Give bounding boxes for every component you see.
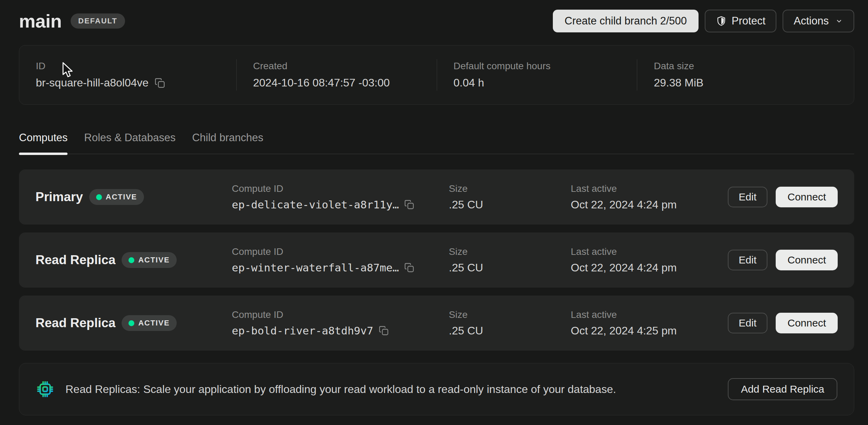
copy-icon[interactable]: [404, 199, 415, 210]
size-value: .25 CU: [449, 324, 571, 337]
size-column: Size .25 CU: [449, 246, 571, 274]
last-active-value: Oct 22, 2024 4:24 pm: [571, 198, 728, 211]
created-label: Created: [253, 61, 437, 72]
last-active-value: Oct 22, 2024 4:25 pm: [571, 324, 728, 337]
branch-id-column: ID br-square-hill-a8ol04ve: [36, 59, 236, 91]
protect-button[interactable]: Protect: [705, 10, 776, 32]
branch-page: main DEFAULT Create child branch 2/500 P…: [0, 0, 868, 415]
copy-icon[interactable]: [154, 77, 166, 89]
compute-id-label: Compute ID: [232, 309, 449, 320]
compute-id-label: Compute ID: [232, 246, 449, 257]
last-active-column: Last active Oct 22, 2024 4:24 pm: [571, 246, 728, 274]
actions-label: Actions: [794, 15, 829, 27]
compute-hours-column: Default compute hours 0.04 h: [437, 59, 637, 91]
tab-bar: Computes Roles & Databases Child branche…: [19, 132, 854, 154]
last-active-column: Last active Oct 22, 2024 4:24 pm: [571, 183, 728, 211]
status-badge: ACTIVE: [122, 315, 176, 331]
shield-icon: [716, 15, 727, 27]
edit-button[interactable]: Edit: [728, 250, 768, 270]
last-active-label: Last active: [571, 183, 728, 194]
edit-button[interactable]: Edit: [728, 313, 768, 333]
compute-row: Primary ACTIVE Compute ID ep-delicate-vi…: [19, 169, 854, 225]
status-label: ACTIVE: [138, 319, 169, 328]
cpu-chip-icon: [36, 380, 54, 398]
last-active-label: Last active: [571, 246, 728, 257]
chevron-down-icon: [835, 17, 843, 25]
tab-child-branches[interactable]: Child branches: [192, 132, 264, 154]
page-header: main DEFAULT Create child branch 2/500 P…: [19, 0, 854, 32]
row-buttons: Edit Connect: [728, 187, 838, 207]
compute-id-column: Compute ID ep-bold-river-a8tdh9v7: [232, 309, 449, 337]
compute-name: Read Replica: [35, 316, 115, 330]
created-column: Created 2024-10-16 08:47:57 -03:00: [236, 59, 437, 91]
data-size-label: Data size: [654, 61, 837, 72]
compute-name-group: Read Replica ACTIVE: [35, 315, 232, 331]
compute-id-column: Compute ID ep-delicate-violet-a8r11y…: [232, 183, 449, 211]
compute-row: Read Replica ACTIVE Compute ID ep-winter…: [19, 232, 854, 288]
size-label: Size: [449, 309, 571, 320]
size-value: .25 CU: [449, 198, 571, 211]
last-active-label: Last active: [571, 309, 728, 320]
size-column: Size .25 CU: [449, 309, 571, 337]
last-active-value: Oct 22, 2024 4:24 pm: [571, 261, 728, 274]
tab-computes[interactable]: Computes: [19, 132, 68, 154]
id-label: ID: [36, 61, 236, 72]
read-replica-note-card: Read Replicas: Scale your application by…: [19, 363, 854, 415]
compute-name: Primary: [35, 190, 83, 204]
create-child-branch-button[interactable]: Create child branch 2/500: [553, 10, 699, 32]
compute-id-value: ep-delicate-violet-a8r11y…: [232, 198, 399, 211]
active-dot-icon: [128, 257, 134, 263]
status-badge: ACTIVE: [89, 189, 144, 205]
compute-id-value: ep-winter-waterfall-a87me…: [232, 261, 399, 274]
copy-icon[interactable]: [378, 325, 389, 336]
default-badge: DEFAULT: [71, 13, 125, 29]
compute-name: Read Replica: [35, 253, 115, 267]
branch-id-value: br-square-hill-a8ol04ve: [36, 76, 148, 89]
status-label: ACTIVE: [106, 193, 137, 201]
size-value: .25 CU: [449, 261, 571, 274]
connect-button[interactable]: Connect: [776, 250, 838, 270]
actions-button[interactable]: Actions: [783, 10, 854, 32]
compute-hours-value: 0.04 h: [454, 76, 484, 89]
size-label: Size: [449, 246, 571, 257]
compute-rows: Primary ACTIVE Compute ID ep-delicate-vi…: [19, 169, 854, 351]
size-column: Size .25 CU: [449, 183, 571, 211]
row-buttons: Edit Connect: [728, 313, 838, 333]
edit-button[interactable]: Edit: [728, 187, 768, 207]
data-size-value: 29.38 MiB: [654, 76, 703, 89]
compute-id-label: Compute ID: [232, 183, 449, 194]
compute-name-group: Primary ACTIVE: [35, 189, 232, 205]
last-active-column: Last active Oct 22, 2024 4:25 pm: [571, 309, 728, 337]
created-value: 2024-10-16 08:47:57 -03:00: [253, 76, 390, 89]
page-title: main: [19, 10, 62, 32]
status-badge: ACTIVE: [122, 252, 176, 268]
status-label: ACTIVE: [138, 256, 169, 265]
compute-id-value: ep-bold-river-a8tdh9v7: [232, 324, 373, 337]
tab-roles-databases[interactable]: Roles & Databases: [84, 132, 175, 154]
compute-hours-label: Default compute hours: [454, 61, 637, 72]
connect-button[interactable]: Connect: [776, 187, 838, 207]
row-buttons: Edit Connect: [728, 250, 838, 270]
protect-label: Protect: [732, 15, 765, 27]
compute-name-group: Read Replica ACTIVE: [35, 252, 232, 268]
add-read-replica-button[interactable]: Add Read Replica: [728, 378, 837, 400]
compute-row: Read Replica ACTIVE Compute ID ep-bold-r…: [19, 296, 854, 351]
data-size-column: Data size 29.38 MiB: [637, 59, 837, 91]
active-dot-icon: [128, 320, 134, 326]
read-replica-note-text: Read Replicas: Scale your application by…: [65, 383, 616, 396]
active-dot-icon: [96, 194, 102, 200]
compute-id-column: Compute ID ep-winter-waterfall-a87me…: [232, 246, 449, 274]
branch-info-card: ID br-square-hill-a8ol04ve Created 2024-…: [19, 45, 854, 105]
connect-button[interactable]: Connect: [776, 313, 838, 333]
size-label: Size: [449, 183, 571, 194]
header-actions: Create child branch 2/500 Protect Action…: [553, 10, 854, 32]
copy-icon[interactable]: [404, 262, 415, 273]
branch-title-group: main DEFAULT: [19, 10, 125, 32]
